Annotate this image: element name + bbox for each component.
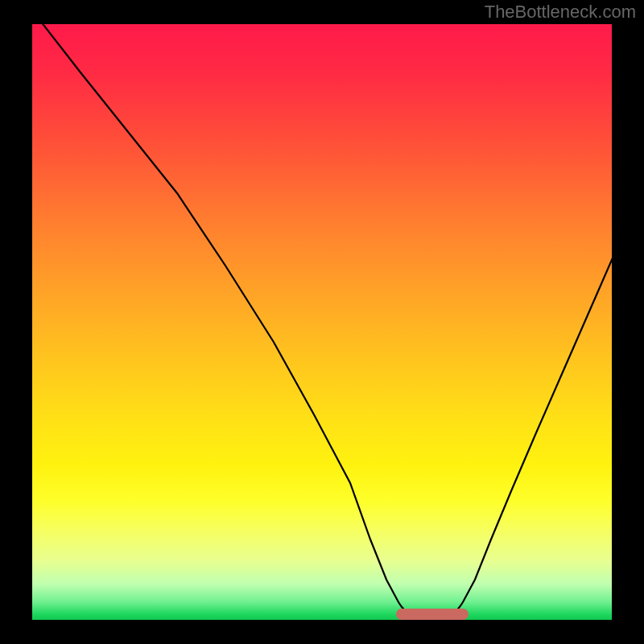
- curve-path: [32, 24, 612, 616]
- minimum-band-marker: [396, 609, 469, 620]
- watermark-text: TheBottleneck.com: [485, 2, 636, 23]
- plot-area: [32, 24, 612, 620]
- bottleneck-curve: [32, 24, 612, 620]
- chart-frame: TheBottleneck.com: [0, 0, 644, 644]
